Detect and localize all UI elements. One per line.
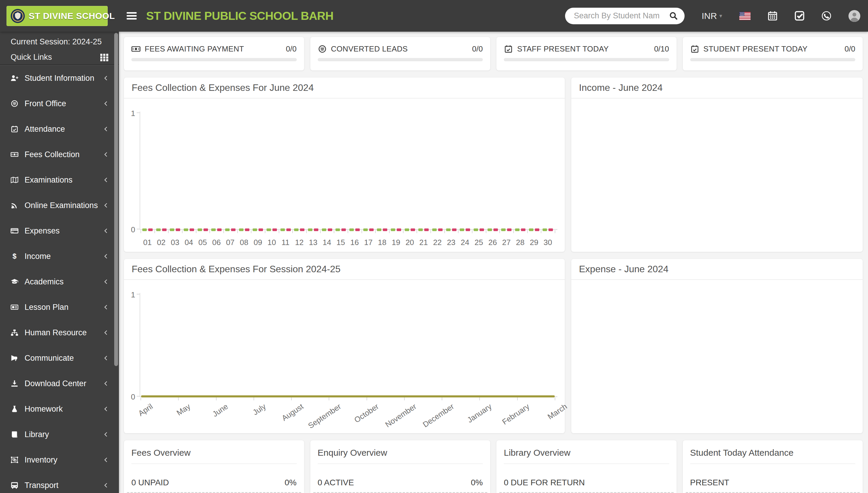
sidebar-item[interactable]: Expenses bbox=[0, 218, 119, 243]
quick-links-label: Quick Links bbox=[10, 53, 52, 62]
sidebar-item[interactable]: Academics bbox=[0, 269, 119, 295]
stat-card: STAFF PRESENT TODAY 0/10 bbox=[496, 37, 676, 70]
day-group: 23 bbox=[444, 228, 458, 247]
bar-fees-collection bbox=[363, 229, 368, 231]
stat-card-value: 0/10 bbox=[654, 44, 669, 53]
calendar-icon[interactable] bbox=[768, 11, 777, 21]
x-tick-label: 06 bbox=[212, 238, 221, 247]
x-tick-label: June bbox=[211, 402, 230, 419]
chevron-left-icon bbox=[103, 431, 109, 438]
x-tick-label: 24 bbox=[461, 238, 469, 247]
charts-row-1: Fees Collection & Expenses For June 2024… bbox=[124, 78, 863, 252]
sidebar-item-label: Lesson Plan bbox=[25, 303, 103, 312]
x-tick-label: 15 bbox=[336, 238, 345, 247]
overview-left-value: PRESENT bbox=[690, 478, 729, 487]
sidebar-item-label: Library bbox=[25, 430, 103, 439]
sidebar-item-label: Transport bbox=[25, 481, 103, 490]
quick-links[interactable]: Quick Links bbox=[0, 50, 119, 65]
sidebar-item[interactable]: Online Examinations bbox=[0, 193, 119, 218]
sidebar-item[interactable]: $ Income bbox=[0, 243, 119, 269]
bar-expenses bbox=[493, 229, 498, 231]
x-tick-label: September bbox=[307, 402, 343, 431]
bar-fees-collection bbox=[349, 229, 354, 231]
expense-panel-title: Expense - June 2024 bbox=[571, 259, 863, 280]
sidebar-item-label: Fees Collection bbox=[25, 150, 103, 159]
hamburger-menu-icon[interactable] bbox=[127, 10, 137, 21]
bar-expenses bbox=[424, 229, 429, 231]
school-logo[interactable]: ST DIVINE SCHOOL bbox=[6, 6, 108, 26]
x-tick-label: January bbox=[466, 402, 493, 425]
stat-progress-bar bbox=[131, 58, 297, 61]
search-icon[interactable] bbox=[669, 12, 678, 20]
sidebar-item[interactable]: Library bbox=[0, 422, 119, 447]
chevron-left-icon bbox=[103, 457, 109, 463]
stat-card-label: CONVERTED LEADS bbox=[331, 44, 468, 53]
top-navbar: ST DIVINE SCHOOL ST DIVINE PUBLIC SCHOOL… bbox=[0, 0, 868, 32]
overview-card: Library Overview 0 DUE FOR RETURN bbox=[496, 440, 676, 493]
sidebar-item[interactable]: Inventory bbox=[0, 447, 119, 473]
stat-cards-row: FEES AWAITING PAYMENT 0/0 CONVERTED LEAD… bbox=[124, 37, 863, 70]
download-icon bbox=[10, 380, 20, 387]
sidebar-item[interactable]: Front Office bbox=[0, 91, 119, 116]
sidebar-item[interactable]: Lesson Plan bbox=[0, 295, 119, 320]
front-office-icon bbox=[10, 100, 20, 107]
bar-fees-collection bbox=[156, 229, 161, 231]
x-tick-label: 29 bbox=[530, 238, 538, 247]
session-fees-chart: 10AprilMayJuneJulyAugustSeptemberOctober… bbox=[124, 280, 565, 433]
bar-expenses bbox=[286, 229, 291, 231]
overview-left-value: 0 DUE FOR RETURN bbox=[504, 478, 585, 487]
bar-expenses bbox=[397, 229, 401, 231]
whatsapp-icon[interactable] bbox=[822, 11, 831, 21]
task-check-icon[interactable] bbox=[795, 11, 804, 21]
bar-fees-collection bbox=[294, 229, 298, 231]
x-tick-label: February bbox=[500, 402, 531, 427]
sidebar-item[interactable]: Attendance bbox=[0, 116, 119, 142]
language-flag-icon[interactable] bbox=[739, 12, 751, 20]
user-plus-icon bbox=[10, 74, 20, 82]
sidebar-item-label: Attendance bbox=[25, 125, 103, 134]
x-tick-label: November bbox=[383, 402, 418, 429]
overview-card: Fees Overview 0 UNPAID 0% bbox=[124, 440, 304, 493]
chevron-left-icon bbox=[103, 100, 109, 107]
x-tick-label: 04 bbox=[185, 238, 193, 247]
x-tick-label: 01 bbox=[143, 238, 152, 247]
bar-expenses bbox=[452, 229, 457, 231]
sidebar-item[interactable]: Examinations bbox=[0, 167, 119, 193]
sidebar-item[interactable]: Download Center bbox=[0, 371, 119, 396]
sidebar-scrollbar[interactable] bbox=[114, 33, 118, 366]
sidebar-item[interactable]: Transport bbox=[0, 473, 119, 493]
chevron-left-icon bbox=[103, 329, 109, 336]
user-avatar[interactable] bbox=[848, 10, 860, 22]
bar-expenses bbox=[383, 229, 387, 231]
chevron-left-icon bbox=[103, 406, 109, 412]
sidebar-item[interactable]: Homework bbox=[0, 396, 119, 422]
day-group: 24 bbox=[458, 228, 472, 247]
bar-fees-collection bbox=[322, 229, 326, 231]
overview-card: Enquiry Overview 0 ACTIVE 0% bbox=[310, 440, 490, 493]
grid-icon[interactable] bbox=[100, 53, 108, 61]
search-input[interactable] bbox=[573, 11, 669, 21]
object-group-icon bbox=[10, 456, 20, 464]
x-tick-label: 23 bbox=[447, 238, 455, 247]
day-group: 14 bbox=[320, 228, 334, 247]
money-icon bbox=[131, 45, 140, 53]
chevron-left-icon bbox=[103, 278, 109, 285]
day-group: 04 bbox=[182, 228, 196, 247]
dollar-icon: $ bbox=[10, 252, 20, 260]
sidebar-item[interactable]: Student Information bbox=[0, 65, 119, 91]
bar-fees-collection bbox=[418, 229, 423, 231]
chevron-left-icon bbox=[103, 355, 109, 361]
sidebar-item[interactable]: Communicate bbox=[0, 345, 119, 371]
sidebar-item[interactable]: Human Resource bbox=[0, 320, 119, 345]
sidebar-item[interactable]: Fees Collection bbox=[0, 142, 119, 167]
bar-fees-collection bbox=[488, 229, 492, 231]
bar-fees-collection bbox=[474, 229, 478, 231]
currency-label: INR bbox=[702, 11, 717, 21]
chevron-left-icon bbox=[103, 151, 109, 158]
flask-icon bbox=[10, 405, 20, 413]
overview-left-value: 0 UNPAID bbox=[131, 478, 169, 487]
calendar-check-icon bbox=[10, 125, 20, 133]
currency-selector[interactable]: INR ▾ bbox=[702, 11, 722, 21]
x-tick-label: 20 bbox=[406, 238, 414, 247]
charts-row-2: Fees Collection & Expenses For Session 2… bbox=[124, 259, 863, 433]
